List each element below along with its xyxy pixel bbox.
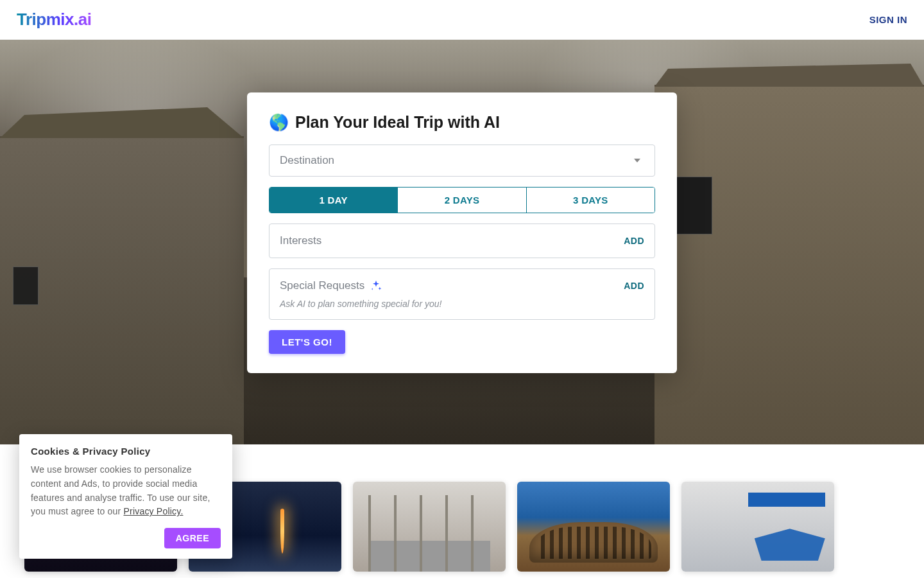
interests-box[interactable]: Interests ADD — [269, 223, 655, 258]
duration-segmented: 1 DAY 2 DAYS 3 DAYS — [269, 187, 655, 213]
destination-label: Destination — [280, 154, 334, 167]
sparkle-icon — [370, 279, 382, 292]
special-requests-subtext: Ask AI to plan something special for you… — [280, 299, 644, 309]
special-requests-add-link[interactable]: ADD — [624, 281, 644, 291]
lets-go-button[interactable]: LET'S GO! — [269, 330, 345, 354]
logo[interactable]: Tripmix.ai — [17, 10, 91, 30]
cookie-title: Cookies & Privacy Policy — [31, 446, 221, 457]
interests-add-link[interactable]: ADD — [624, 236, 644, 246]
duration-option-1day[interactable]: 1 DAY — [270, 188, 398, 213]
hero-background: 🌎 Plan Your Ideal Trip with AI Destinati… — [0, 40, 924, 444]
trip-tile[interactable] — [517, 482, 670, 572]
interests-label: Interests — [280, 234, 321, 247]
duration-option-3days[interactable]: 3 DAYS — [527, 188, 654, 213]
header: Tripmix.ai SIGN IN — [0, 0, 924, 40]
cookie-agree-button[interactable]: AGREE — [164, 528, 221, 548]
special-requests-box[interactable]: Special Requests ADD Ask AI to plan some… — [269, 268, 655, 320]
planner-card: 🌎 Plan Your Ideal Trip with AI Destinati… — [247, 92, 677, 373]
planner-title: 🌎 Plan Your Ideal Trip with AI — [269, 113, 655, 132]
cookie-body-text: We use browser cookies to personalize co… — [31, 464, 210, 516]
destination-select[interactable]: Destination — [269, 144, 655, 177]
cookie-banner: Cookies & Privacy Policy We use browser … — [19, 434, 232, 559]
trip-tile[interactable] — [681, 482, 834, 572]
privacy-policy-link[interactable]: Privacy Policy. — [123, 506, 183, 516]
planner-title-text: Plan Your Ideal Trip with AI — [295, 113, 500, 132]
duration-option-2days[interactable]: 2 DAYS — [398, 188, 526, 213]
signin-link[interactable]: SIGN IN — [869, 14, 907, 25]
globe-icon: 🌎 — [269, 113, 289, 132]
hero-building-right — [654, 85, 924, 444]
special-requests-label: Special Requests — [280, 279, 382, 292]
trip-tile[interactable] — [353, 482, 506, 572]
chevron-down-icon — [634, 159, 640, 162]
cookie-body: We use browser cookies to personalize co… — [31, 463, 221, 519]
hero-building-left — [0, 136, 244, 444]
special-requests-label-text: Special Requests — [280, 279, 364, 292]
